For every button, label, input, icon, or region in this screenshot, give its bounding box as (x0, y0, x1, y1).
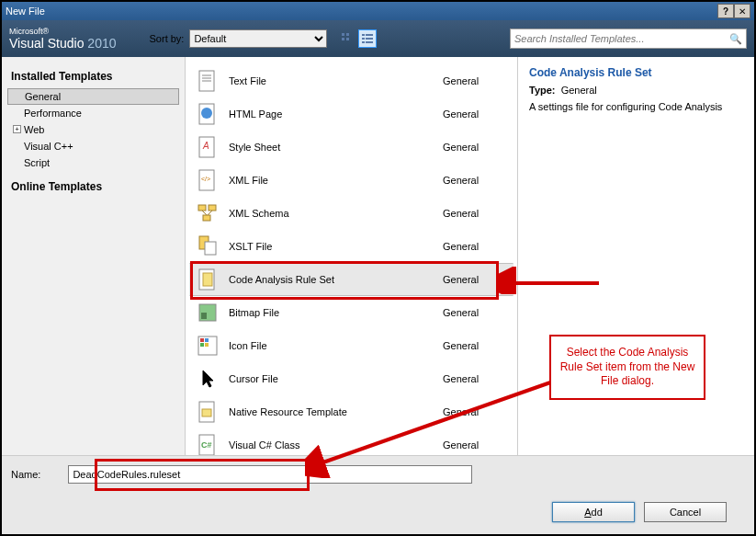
textfile-icon (196, 69, 220, 93)
nativeresource-icon (196, 400, 220, 424)
template-item[interactable]: XML Schema General (189, 197, 513, 230)
name-field-input[interactable] (68, 465, 472, 484)
detail-pane: Code Analysis Rule Set Type: General A s… (517, 57, 754, 455)
sidebar-group-online: Online Templates (2, 175, 185, 199)
svg-rect-4 (362, 34, 365, 36)
csharpclass-icon: C# (196, 433, 220, 455)
svg-rect-0 (342, 33, 344, 36)
detail-title: Code Analysis Rule Set (529, 66, 743, 79)
svg-rect-9 (366, 41, 373, 43)
view-details[interactable] (358, 29, 377, 48)
svg-rect-22 (203, 215, 210, 221)
sidebar-item-script[interactable]: Script (2, 154, 185, 171)
svg-rect-3 (346, 38, 349, 40)
view-small-icons[interactable] (338, 29, 356, 48)
close-button[interactable]: ✕ (734, 4, 750, 18)
template-item[interactable]: C# Visual C# Class General (189, 428, 513, 455)
template-item[interactable]: Native Resource Template General (189, 395, 513, 428)
svg-line-24 (208, 211, 212, 215)
window-title: New File (6, 6, 717, 17)
sidebar-item-vcpp[interactable]: Visual C++ (2, 138, 185, 154)
svg-rect-28 (203, 273, 212, 286)
template-item[interactable]: Icon File General (189, 329, 513, 362)
cursorfile-icon (196, 367, 220, 391)
svg-rect-33 (205, 338, 209, 342)
svg-rect-37 (202, 409, 211, 416)
template-item[interactable]: HTML Page General (189, 97, 513, 131)
template-item[interactable]: XSLT File General (189, 230, 513, 263)
svg-rect-7 (366, 38, 373, 40)
svg-rect-26 (205, 242, 216, 255)
sidebar: Installed Templates General Performance … (2, 57, 186, 455)
svg-rect-2 (342, 38, 344, 40)
xmlfile-icon: </> (196, 168, 220, 192)
help-button[interactable]: ? (717, 4, 734, 18)
sidebar-item-performance[interactable]: Performance (2, 105, 185, 121)
template-item[interactable]: </> XML File General (189, 164, 513, 197)
vs-logo: Microsoft® Visual Studio 2010 (9, 28, 117, 51)
dialog-footer: Name: AAdddd Cancel (2, 455, 754, 536)
svg-rect-34 (200, 343, 204, 347)
sort-by-group: Sort by: Default (150, 29, 378, 48)
xmlschema-icon (196, 201, 220, 225)
svg-text:A: A (202, 141, 209, 151)
template-item[interactable]: Bitmap File General (189, 296, 513, 329)
sidebar-item-web[interactable]: +Web (2, 121, 185, 138)
svg-text:</>: </> (201, 176, 210, 182)
name-field-label: Name: (11, 469, 40, 480)
svg-rect-1 (346, 33, 349, 36)
template-item[interactable]: Cursor File General (189, 362, 513, 395)
svg-line-23 (202, 211, 207, 215)
iconfile-icon (196, 334, 220, 358)
svg-rect-21 (209, 205, 216, 211)
search-box[interactable]: 🔍 (510, 29, 747, 49)
expander-icon[interactable]: + (13, 125, 21, 133)
sidebar-group-installed: Installed Templates (2, 64, 185, 88)
template-item[interactable]: Text File General (189, 64, 513, 97)
search-input[interactable] (514, 33, 729, 44)
template-item-selected[interactable]: Code Analysis Rule Set General (189, 263, 513, 296)
detail-description: A settings file for configuring Code Ana… (529, 101, 743, 112)
stylesheet-icon: A (196, 135, 220, 159)
sort-by-label: Sort by: (150, 33, 185, 44)
search-icon: 🔍 (729, 33, 742, 45)
content-area: Installed Templates General Performance … (2, 57, 754, 455)
ruleset-icon (196, 268, 220, 291)
cancel-button[interactable]: Cancel (644, 502, 727, 522)
titlebar: New File ? ✕ (2, 2, 754, 20)
svg-rect-5 (366, 34, 373, 36)
svg-rect-8 (362, 41, 365, 43)
template-item[interactable]: A Style Sheet General (189, 131, 513, 164)
dialog-header: Microsoft® Visual Studio 2010 Sort by: D… (2, 20, 754, 57)
xsltfile-icon (196, 234, 220, 258)
detail-type: Type: General (529, 85, 743, 96)
bitmapfile-icon (196, 301, 220, 325)
svg-text:C#: C# (201, 440, 212, 450)
svg-point-15 (201, 108, 212, 119)
svg-rect-35 (205, 343, 209, 347)
sidebar-item-general[interactable]: General (7, 88, 179, 105)
svg-rect-30 (201, 313, 207, 319)
template-list[interactable]: Text File General HTML Page General A St… (186, 57, 517, 455)
htmlpage-icon (196, 102, 220, 126)
sort-by-select[interactable]: Default (189, 29, 327, 48)
svg-rect-20 (198, 205, 206, 211)
add-button[interactable]: AAdddd (552, 502, 635, 522)
svg-rect-6 (362, 38, 365, 40)
svg-rect-32 (200, 338, 204, 342)
